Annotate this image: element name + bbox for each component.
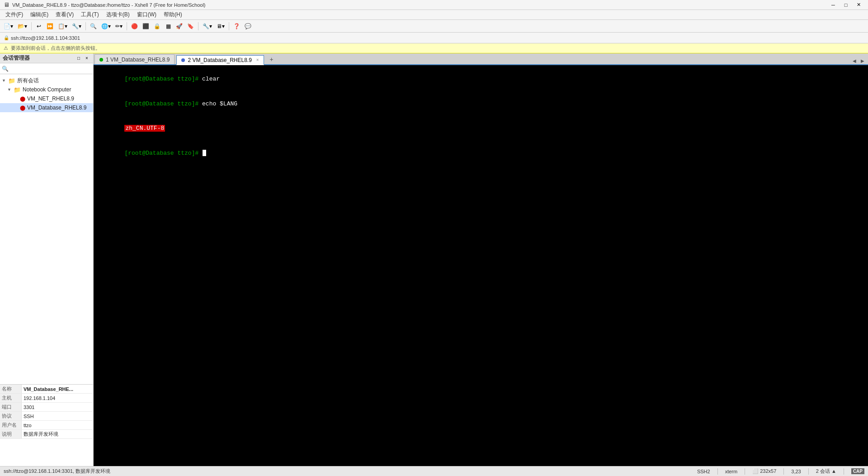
tab-2[interactable]: 2 VM_Database_RHEL8.9 ×	[176, 55, 264, 65]
info-value-username: ttzo	[22, 421, 93, 429]
sidebar-search: 🔍	[0, 63, 93, 74]
info-row-username: 用户名 ttzo	[0, 421, 93, 430]
open-button[interactable]: 📂▾	[16, 21, 29, 31]
terminal-content[interactable]: [root@Database ttzo]# clear [root@Databa…	[94, 65, 868, 466]
maximize-button[interactable]: □	[840, 1, 852, 9]
info-label-username: 用户名	[0, 421, 22, 429]
dimensions-prefix: ⬜	[752, 468, 760, 474]
menu-file[interactable]: 文件(F)	[2, 10, 27, 19]
status-position: 3,23	[791, 469, 801, 474]
tree-all-sessions-label: 所有会话	[17, 77, 39, 85]
toolbar-btn-10[interactable]: 🔒	[152, 21, 162, 31]
toolbar-btn-7[interactable]: ✏▾	[113, 21, 124, 31]
toolbar-btn-15[interactable]: 🖥▾	[215, 21, 226, 31]
menu-help[interactable]: 帮助(H)	[160, 10, 186, 19]
toolbar-btn-9[interactable]: ⬛	[141, 21, 151, 31]
toolbar-btn-6[interactable]: 🌐▾	[99, 21, 113, 31]
cap-badge: CAP	[851, 468, 864, 474]
info-value-name: VM_Database_RHE...	[22, 385, 93, 393]
menu-tabs[interactable]: 选项卡(B)	[103, 10, 133, 19]
close-button[interactable]: ✕	[853, 1, 864, 9]
expand-icon-notebook: ▼	[7, 87, 12, 92]
tab-nav-left-button[interactable]: ◀	[851, 57, 858, 64]
tab-1[interactable]: 1 VM_Database_RHEL8.9	[94, 54, 175, 64]
toolbar-btn-14[interactable]: 🔧▾	[201, 21, 214, 31]
toolbar-btn-5[interactable]: 🔧▾	[70, 21, 83, 31]
minimize-button[interactable]: ─	[827, 1, 839, 9]
tab-1-dot	[99, 58, 103, 62]
toolbar-btn-11[interactable]: ▦	[163, 21, 173, 31]
tree-item-vm-database[interactable]: ⬤ VM_Database_RHEL8.9	[0, 103, 93, 112]
terminal-line-1: [root@Database ttzo]# clear	[96, 67, 865, 92]
terminal-area: 1 VM_Database_RHEL8.9 2 VM_Database_RHEL…	[94, 53, 868, 466]
address-url: ssh://ttzo@192.168.1.104:3301	[11, 35, 80, 41]
info-value-protocol: SSH	[22, 412, 93, 420]
tab-add-button[interactable]: +	[267, 54, 277, 64]
session-info: 名称 VM_Database_RHE... 主机 192.168.1.104 端…	[0, 384, 93, 466]
status-left: ssh://ttzo@192.168.1.104:3301, 数据库开发环境	[4, 468, 110, 475]
toolbar-sep-1	[31, 22, 32, 30]
info-label-description: 说明	[0, 430, 22, 438]
search-icon: 🔍	[2, 66, 9, 72]
sidebar-header: 会话管理器 □ ×	[0, 53, 93, 63]
tab-nav-right-button[interactable]: ▶	[859, 57, 866, 64]
terminal-cursor	[203, 150, 206, 156]
tab-nav-right: ◀ ▶	[851, 57, 868, 64]
toolbar-btn-12[interactable]: 🚀	[174, 21, 184, 31]
tree-item-vm-net[interactable]: ⬤ VM_NET_RHEL8.9	[0, 94, 93, 103]
help-button[interactable]: ❓	[231, 21, 242, 31]
sidebar-close-button[interactable]: ×	[83, 55, 90, 62]
status-connection-text: ssh://ttzo@192.168.1.104:3301, 数据库开发环境	[4, 468, 110, 475]
toolbar-sep-2	[85, 22, 86, 30]
notification-icon: ⚠	[4, 45, 8, 51]
status-xterm: xterm	[725, 469, 738, 474]
title-bar: 🖥 VM_Database_RHEL8.9 - ttzo@Database:/h…	[0, 0, 868, 10]
terminal-line-3: zh_CN.UTF-8	[96, 116, 865, 141]
toolbar-btn-2[interactable]: ↩	[34, 21, 44, 31]
info-value-host: 192.168.1.104	[22, 394, 93, 402]
status-sessions[interactable]: 2 会话 ▲	[816, 468, 836, 475]
terminal-prompt-2: [root@Database ttzo]#	[124, 100, 202, 107]
toolbar-btn-8[interactable]: 🔴	[129, 21, 140, 31]
terminal-cmd-1: clear	[202, 76, 220, 82]
status-bar: ssh://ttzo@192.168.1.104:3301, 数据库开发环境 S…	[0, 466, 868, 476]
tab-2-close[interactable]: ×	[256, 57, 259, 62]
expand-icon: ▼	[2, 78, 6, 83]
info-row-description: 说明 数据库开发环境	[0, 430, 93, 439]
menu-bar: 文件(F) 编辑(E) 查看(V) 工具(T) 选项卡(B) 窗口(W) 帮助(…	[0, 10, 868, 20]
tree-group-notebook[interactable]: ▼ 📁 Notebook Computer	[0, 85, 93, 94]
status-sep-1	[717, 468, 718, 475]
status-sep-5	[844, 468, 844, 475]
toolbar-sep-5	[229, 22, 229, 30]
status-right: SSH2 xterm ⬜ 232x57 3,23 2 会话 ▲ CAP	[697, 468, 864, 475]
search-button[interactable]: 🔍	[88, 21, 99, 31]
toolbar: 📄▾ 📂▾ ↩ ⏩ 📋▾ 🔧▾ 🔍 🌐▾ ✏▾ 🔴 ⬛ 🔒 ▦ 🚀 🔖 🔧▾ 🖥…	[0, 20, 868, 33]
info-label-name: 名称	[0, 385, 22, 393]
status-sep-4	[808, 468, 809, 475]
menu-window[interactable]: 窗口(W)	[133, 10, 160, 19]
menu-view[interactable]: 查看(V)	[52, 10, 77, 19]
sidebar-pin-button[interactable]: □	[75, 55, 82, 62]
info-value-description: 数据库开发环境	[22, 430, 93, 438]
status-sep-3	[783, 468, 784, 475]
menu-tools[interactable]: 工具(T)	[77, 10, 102, 19]
info-row-name: 名称 VM_Database_RHE...	[0, 385, 93, 394]
folder-icon-notebook: 📁	[14, 86, 21, 93]
sidebar-header-buttons: □ ×	[75, 55, 90, 62]
terminal-prompt-3: [root@Database ttzo]#	[124, 150, 202, 157]
tree-root-all-sessions[interactable]: ▼ 📁 所有会话	[0, 76, 93, 85]
toolbar-btn-13[interactable]: 🔖	[185, 21, 196, 31]
toolbar-btn-16[interactable]: 💬	[243, 21, 253, 31]
toolbar-btn-3[interactable]: ⏩	[45, 21, 55, 31]
status-ssh2: SSH2	[697, 469, 710, 474]
toolbar-btn-4[interactable]: 📋▾	[56, 21, 69, 31]
vm-red-icon-2: ⬤	[20, 105, 25, 111]
new-session-button[interactable]: 📄▾	[2, 21, 15, 31]
tree-notebook-label: Notebook Computer	[23, 86, 71, 93]
menu-edit[interactable]: 编辑(E)	[27, 10, 52, 19]
terminal-output-highlighted: zh_CN.UTF-8	[124, 125, 165, 132]
vm-red-icon-1: ⬤	[20, 96, 25, 102]
info-value-port: 3301	[22, 403, 93, 411]
search-input[interactable]	[10, 66, 91, 71]
terminal-cmd-2: echo $LANG	[202, 100, 237, 107]
